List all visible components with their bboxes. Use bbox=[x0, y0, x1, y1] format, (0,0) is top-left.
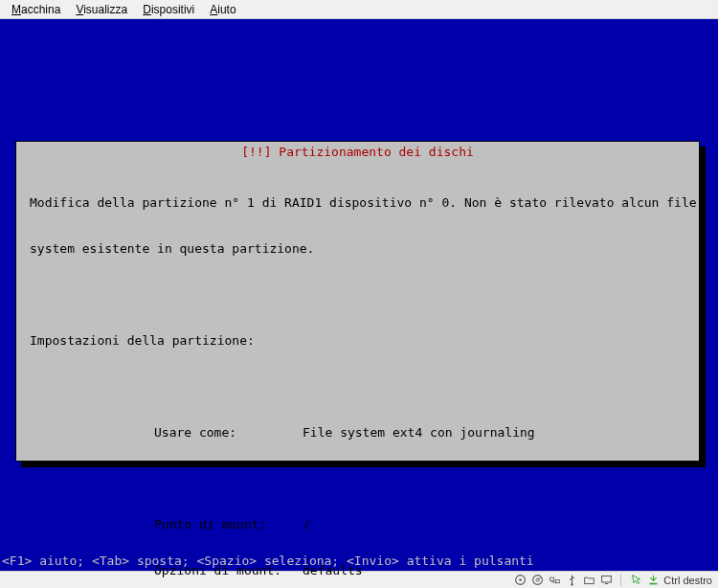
setting-mount-point[interactable]: Punto di mount:/ bbox=[30, 517, 685, 532]
partition-dialog: [!!] Partizionamento dei dischi Modifica… bbox=[15, 141, 700, 462]
menu-dispositivi[interactable]: Dispositivi bbox=[135, 1, 202, 18]
setting-blank bbox=[30, 471, 685, 486]
menu-aiuto[interactable]: Aiuto bbox=[202, 1, 243, 18]
intro-text: Modifica della partizione n° 1 di RAID1 … bbox=[30, 195, 685, 211]
menu-visualizza[interactable]: Visualizza bbox=[68, 1, 135, 18]
menu-macchina[interactable]: Macchina bbox=[4, 1, 68, 18]
intro-text: system esistente in questa partizione. bbox=[30, 241, 685, 257]
settings-heading: Impostazioni della partizione: bbox=[30, 333, 685, 349]
footer-help: <F1> aiuto; <Tab> sposta; <Spazio> selez… bbox=[0, 554, 534, 569]
setting-use-as[interactable]: Usare come:File system ext4 con journali… bbox=[30, 425, 685, 441]
vm-menubar: Macchina Visualizza Dispositivi Aiuto bbox=[0, 0, 718, 19]
installer-terminal: [!!] Partizionamento dei dischi Modifica… bbox=[0, 19, 718, 571]
dialog-title: [!!] Partizionamento dei dischi bbox=[237, 145, 478, 159]
